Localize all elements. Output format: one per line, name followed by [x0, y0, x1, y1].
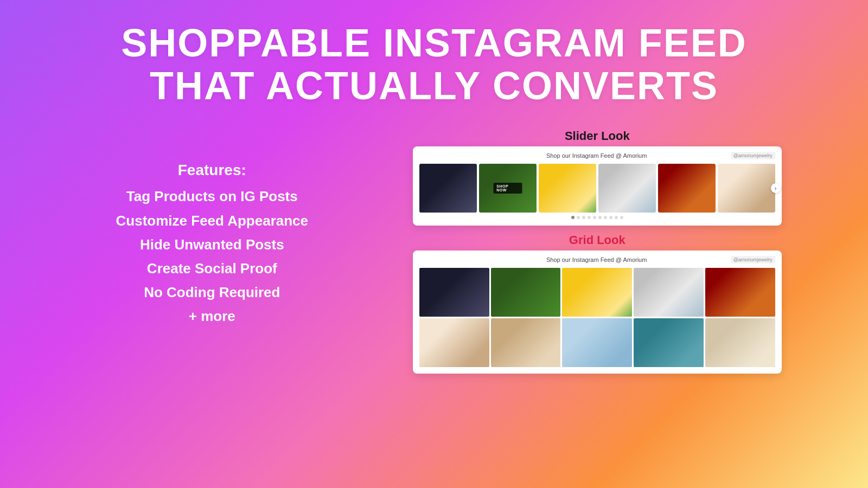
grid-feed-box: Shop our Instagram Feed @ Amorium @amori…	[413, 251, 782, 374]
shop-now-badge: SHOP NOW	[493, 183, 522, 194]
feature-item-4: Create Social Proof	[116, 256, 308, 280]
slider-image-4	[598, 164, 656, 213]
slider-section: Slider Look Shop our Instagram Feed @ Am…	[370, 129, 825, 226]
slider-feed-box: Shop our Instagram Feed @ Amorium @amori…	[413, 146, 782, 226]
main-container: SHOPPABLE INSTAGRAM FEED THAT ACTUALLY C…	[0, 0, 868, 488]
slider-images-row: SHOP NOW ›	[419, 164, 775, 213]
grid-section: Grid Look Shop our Instagram Feed @ Amor…	[370, 233, 825, 374]
slider-feed-title: Shop our Instagram Feed @ Amorium	[463, 152, 731, 159]
slider-ig-handle: @amoriumjewelry	[731, 152, 775, 159]
grid-image-4	[634, 268, 704, 317]
dot-8	[609, 216, 612, 219]
dot-4	[588, 216, 591, 219]
feature-item-1: Tag Products on IG Posts	[116, 184, 308, 208]
slider-image-3	[539, 164, 596, 213]
feature-item-3: Hide Unwanted Posts	[116, 233, 308, 256]
slider-image-1	[419, 164, 477, 213]
grid-feed-title: Shop our Instagram Feed @ Amorium	[463, 256, 731, 263]
grid-feed-header: Shop our Instagram Feed @ Amorium @amori…	[419, 256, 775, 264]
dot-10	[620, 216, 623, 219]
right-panel: Slider Look Shop our Instagram Feed @ Am…	[370, 129, 835, 374]
grid-image-8	[562, 318, 632, 367]
content-row: Features: Tag Products on IG Posts Custo…	[33, 129, 835, 472]
slider-label: Slider Look	[565, 129, 630, 143]
feature-item-6: + more	[116, 304, 308, 328]
features-list: Tag Products on IG Posts Customize Feed …	[116, 184, 308, 328]
grid-image-10	[705, 318, 775, 367]
slider-image-5	[658, 164, 716, 213]
grid-image-3	[562, 268, 632, 317]
grid-image-7	[491, 318, 561, 367]
left-panel: Features: Tag Products on IG Posts Custo…	[33, 129, 370, 328]
grid-image-2	[491, 268, 561, 317]
grid-image-5	[705, 268, 775, 317]
dot-2	[577, 216, 580, 219]
grid-images	[419, 268, 775, 367]
grid-image-1	[419, 268, 489, 317]
slider-dots	[419, 216, 775, 219]
dot-3	[582, 216, 585, 219]
slider-feed-header: Shop our Instagram Feed @ Amorium @amori…	[419, 152, 775, 159]
slider-arrow[interactable]: ›	[771, 183, 781, 193]
headline: SHOPPABLE INSTAGRAM FEED THAT ACTUALLY C…	[121, 22, 746, 107]
dot-5	[593, 216, 596, 219]
headline-line1: SHOPPABLE INSTAGRAM FEED	[121, 22, 746, 65]
dot-1	[571, 216, 575, 219]
dot-9	[615, 216, 618, 219]
features-title: Features:	[116, 162, 308, 179]
slider-image-2: SHOP NOW	[479, 164, 537, 213]
grid-label: Grid Look	[569, 233, 626, 247]
feature-item-2: Customize Feed Appearance	[116, 209, 308, 233]
feature-item-5: No Coding Required	[116, 280, 308, 304]
dot-7	[604, 216, 607, 219]
slider-image-6	[718, 164, 775, 213]
grid-image-6	[419, 318, 489, 367]
grid-image-9	[634, 318, 704, 367]
grid-ig-handle: @amoriumjewelry	[731, 256, 775, 264]
features-block: Features: Tag Products on IG Posts Custo…	[116, 162, 308, 328]
headline-line2: THAT ACTUALLY CONVERTS	[121, 65, 746, 107]
dot-6	[598, 216, 602, 219]
